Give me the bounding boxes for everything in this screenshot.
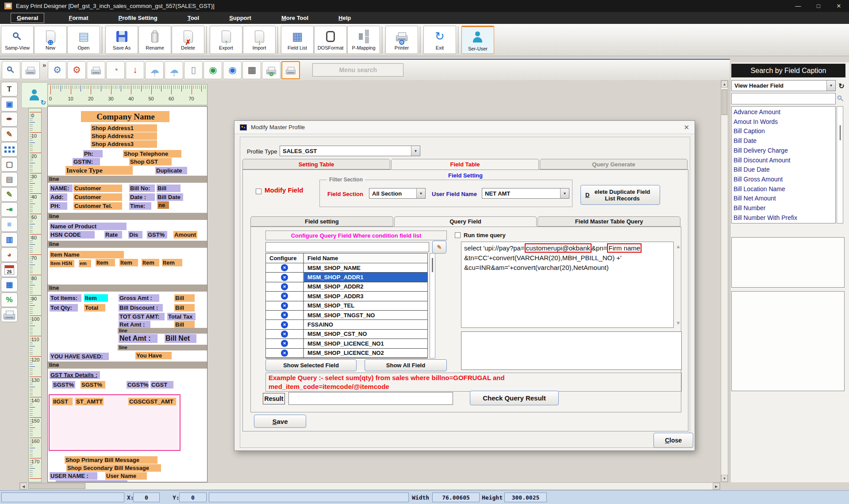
template-field[interactable]: GST Tax Details :: [50, 371, 100, 379]
caption-item[interactable]: Bill Delivery Charge: [732, 146, 835, 156]
field-row[interactable]: ✕MSM_SHOP_NAME: [266, 263, 427, 273]
template-field[interactable]: Dis: [128, 231, 142, 239]
template-field[interactable]: HSN CODE: [50, 231, 95, 239]
tab-field-master-table-query[interactable]: Field Master Table Query: [538, 216, 680, 227]
template-field[interactable]: em: [79, 260, 91, 267]
delete-button[interactable]: ✗Delete: [172, 26, 204, 54]
chevron-down-icon[interactable]: ▼: [826, 81, 835, 91]
print-icon[interactable]: [21, 61, 40, 79]
calendar-tool[interactable]: 26: [1, 262, 18, 277]
field-row[interactable]: ✕MSM_SHOP_ADDR1: [266, 273, 427, 282]
result-input[interactable]: [288, 392, 453, 405]
pie-tool[interactable]: ◕: [1, 247, 18, 262]
template-field[interactable]: Total: [84, 304, 105, 312]
tab-setting-table[interactable]: Setting Table: [242, 159, 390, 169]
printer-button[interactable]: ⚙Printer: [385, 26, 418, 54]
export-button[interactable]: ↑Export: [210, 26, 242, 54]
template-field[interactable]: Bill No:: [129, 185, 155, 192]
menu-more-tool[interactable]: More Tool: [276, 13, 314, 23]
minimize-button[interactable]: —: [788, 0, 808, 12]
template-field[interactable]: Bill: [174, 321, 195, 328]
template-field[interactable]: Tot Qty:: [50, 304, 78, 312]
field-row[interactable]: ✕MSM_SHOP_ADDR2: [266, 282, 427, 292]
template-field[interactable]: Date :: [129, 193, 155, 201]
template-field[interactable]: Name of Product: [50, 223, 127, 230]
template-field[interactable]: NAME:: [50, 185, 73, 192]
numbered-list-tool[interactable]: ≡: [1, 217, 18, 232]
query-scroll-up-icon[interactable]: ▲: [676, 243, 681, 250]
field-row[interactable]: ✕MSM_SHOP_TEL: [266, 301, 427, 311]
template-field[interactable]: Customer: [73, 185, 122, 192]
field-name-cell[interactable]: MSM_SHOP_TEL: [304, 301, 427, 310]
template-field[interactable]: Item: [162, 259, 182, 266]
import-button[interactable]: ↓Import: [243, 26, 276, 54]
template-field[interactable]: TOT GST AMT:: [119, 313, 165, 320]
panel-tool[interactable]: ▣: [1, 97, 18, 112]
edit-note-tool[interactable]: ✎: [1, 187, 18, 202]
caption-item[interactable]: Advance Amount: [732, 108, 835, 117]
refresh-icon[interactable]: ↻: [837, 81, 846, 91]
modify-field-checkbox[interactable]: [256, 189, 261, 194]
template-field[interactable]: Time:: [129, 202, 151, 210]
remove-field-icon[interactable]: ✕: [281, 340, 288, 347]
template-field[interactable]: GST%: [147, 231, 167, 239]
remove-field-icon[interactable]: ✕: [281, 331, 288, 338]
remove-field-icon[interactable]: ✕: [281, 283, 288, 290]
menu-tool[interactable]: Tool: [182, 13, 205, 23]
print-tool[interactable]: [1, 308, 18, 322]
template-field[interactable]: Amount: [173, 231, 197, 239]
query-scroll-down-icon[interactable]: ▼: [676, 320, 681, 326]
cloud-upload-icon[interactable]: ☁↑: [145, 61, 164, 79]
template-field[interactable]: Customer Tel.: [73, 202, 122, 210]
remove-field-icon[interactable]: ✕: [281, 274, 288, 281]
caption-item[interactable]: Bill Discount Amount: [732, 156, 835, 165]
check-query-result-button[interactable]: Check Query Result: [470, 391, 559, 405]
profile-type-select[interactable]: SALES_GST ▼: [280, 146, 420, 156]
page-tool[interactable]: ▢: [1, 157, 18, 172]
template-field[interactable]: SGST%: [52, 381, 75, 389]
vertical-scroll-thumb[interactable]: [722, 89, 727, 115]
template-field[interactable]: line: [48, 362, 207, 369]
field-section-select[interactable]: All Section ▼: [369, 188, 426, 199]
user-button[interactable]: ↻: [21, 82, 48, 108]
field-list-button[interactable]: ▦Field List: [281, 26, 314, 54]
template-field[interactable]: Net Amt :: [119, 334, 158, 343]
template-field[interactable]: SGST%: [81, 381, 105, 389]
show-selected-field-button[interactable]: Show Selected Field: [265, 359, 357, 371]
template-field[interactable]: YOU HAVE SAVED:: [50, 353, 109, 360]
field-name-cell[interactable]: MSM_SHOP_ADDR1: [304, 273, 427, 281]
text-tool[interactable]: T: [1, 82, 18, 96]
scroll-up-icon[interactable]: ▲: [721, 81, 728, 88]
template-field[interactable]: Gross Amt :: [119, 294, 159, 302]
pencil-tool[interactable]: ✎: [1, 127, 18, 142]
template-field[interactable]: Bill: [174, 294, 195, 302]
menu-support[interactable]: Support: [223, 13, 257, 23]
tab-field-setting[interactable]: Field setting: [250, 216, 393, 227]
field-row[interactable]: ✕MSM_SHOP_CST_NO: [266, 330, 427, 339]
user-field-name-select[interactable]: NET AMT ▼: [482, 188, 569, 199]
template-field[interactable]: Bill Discount :: [119, 304, 163, 312]
percent-tool[interactable]: %: [1, 292, 18, 307]
caption-item[interactable]: Bill Date: [732, 136, 835, 146]
chevron-down-icon[interactable]: ▼: [560, 189, 569, 198]
query-text[interactable]: select 'upi://pay?pa=customerupi@okbank&…: [461, 242, 674, 328]
remove-field-icon[interactable]: ✕: [281, 321, 288, 328]
template-field[interactable]: Add:: [50, 193, 67, 201]
dialog-close-icon[interactable]: ✕: [684, 123, 689, 131]
new-button[interactable]: ⊕New: [34, 26, 67, 54]
user-import-icon[interactable]: ↓: [126, 61, 144, 79]
save-as-button[interactable]: Save As: [105, 26, 138, 54]
printer-config-icon[interactable]: ⚙: [262, 61, 280, 79]
p-mapping-button[interactable]: P-Mapping: [347, 26, 380, 54]
caption-search-input[interactable]: [732, 93, 835, 104]
caption-item[interactable]: Bill Caption: [732, 127, 835, 136]
dots-tool[interactable]: [1, 142, 18, 157]
service-user-button[interactable]: Ser-User: [461, 26, 494, 54]
template-field[interactable]: Bill: [157, 185, 181, 192]
template-field[interactable]: You Have: [135, 352, 172, 359]
remove-field-icon[interactable]: ✕: [281, 312, 288, 319]
template-field[interactable]: Tot Items:: [50, 294, 81, 302]
template-field[interactable]: Item: [142, 259, 159, 266]
columns-tool[interactable]: ▥: [1, 232, 18, 247]
exit-button[interactable]: ↻Exit: [423, 26, 456, 54]
